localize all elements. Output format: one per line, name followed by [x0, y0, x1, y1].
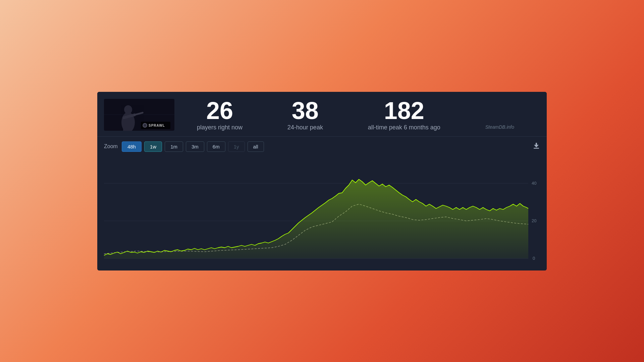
stats-area: 26 players right now 38 24-hour peak 182… [174, 99, 537, 131]
chart-container: 40 20 0 [104, 157, 540, 264]
peak-24h-number: 38 [287, 99, 323, 123]
steamdb-credit: SteamDB.info [485, 124, 514, 131]
svg-point-10 [144, 124, 146, 127]
current-players-number: 26 [197, 99, 243, 123]
chart-section: 40 20 0 [97, 157, 547, 270]
peak-24h-label: 24-hour peak [287, 124, 323, 131]
zoom-label: Zoom [104, 143, 118, 149]
svg-rect-6 [123, 128, 126, 131]
zoom-1m-button[interactable]: 1m [165, 141, 183, 152]
peak-24h-block: 38 24-hour peak [287, 99, 323, 131]
controls-section: Zoom 48h 1w 1m 3m 6m 1y all [97, 137, 547, 157]
svg-rect-7 [128, 128, 131, 131]
zoom-all-button[interactable]: all [248, 141, 264, 152]
thumbnail-inner: SPRAWL [104, 99, 174, 131]
download-button[interactable] [533, 142, 540, 151]
svg-marker-18 [104, 179, 528, 258]
current-players-block: 26 players right now [197, 99, 243, 131]
game-thumbnail: SPRAWL [104, 99, 174, 131]
zoom-48h-button[interactable]: 48h [122, 141, 142, 152]
all-time-peak-block: 182 all-time peak 6 months ago [368, 99, 440, 131]
zoom-1w-button[interactable]: 1w [144, 141, 162, 152]
svg-point-3 [124, 105, 132, 114]
thumbnail-svg: SPRAWL [104, 99, 174, 131]
zoom-1y-button: 1y [228, 141, 245, 152]
zoom-3m-button[interactable]: 3m [186, 141, 204, 152]
download-icon [533, 142, 540, 149]
all-time-peak-number: 182 [368, 99, 440, 123]
all-time-peak-label: all-time peak 6 months ago [368, 124, 440, 131]
main-card: SPRAWL 26 players right now 38 24-hour p… [97, 92, 547, 270]
svg-text:SPRAWL: SPRAWL [149, 124, 165, 127]
y-label-0: 0 [533, 256, 535, 261]
header-section: SPRAWL 26 players right now 38 24-hour p… [97, 92, 547, 137]
zoom-group: Zoom 48h 1w 1m 3m 6m 1y all [104, 141, 264, 152]
zoom-6m-button[interactable]: 6m [207, 141, 225, 152]
svg-rect-13 [536, 143, 537, 145]
chart-svg: 40 20 0 [104, 157, 540, 264]
y-label-20: 20 [532, 218, 536, 223]
y-label-40: 40 [532, 181, 536, 186]
current-players-label: players right now [197, 124, 243, 131]
svg-rect-14 [534, 148, 539, 149]
